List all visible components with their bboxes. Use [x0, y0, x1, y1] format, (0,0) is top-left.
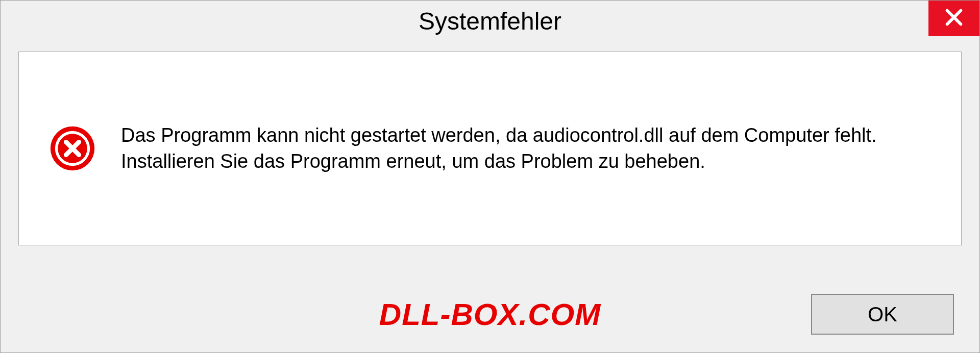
dialog-title: Systemfehler [419, 7, 561, 35]
error-icon [50, 125, 95, 171]
close-icon [944, 7, 964, 30]
content-panel: Das Programm kann nicht gestartet werden… [18, 52, 962, 245]
error-dialog: Systemfehler Das Programm kann nicht ges… [0, 0, 980, 353]
titlebar: Systemfehler [1, 1, 979, 41]
dialog-footer: DLL-BOX.COM OK [1, 276, 979, 352]
close-button[interactable] [928, 1, 979, 36]
ok-button[interactable]: OK [811, 294, 954, 335]
error-message: Das Programm kann nicht gestartet werden… [121, 122, 930, 175]
watermark-text: DLL-BOX.COM [379, 297, 601, 332]
